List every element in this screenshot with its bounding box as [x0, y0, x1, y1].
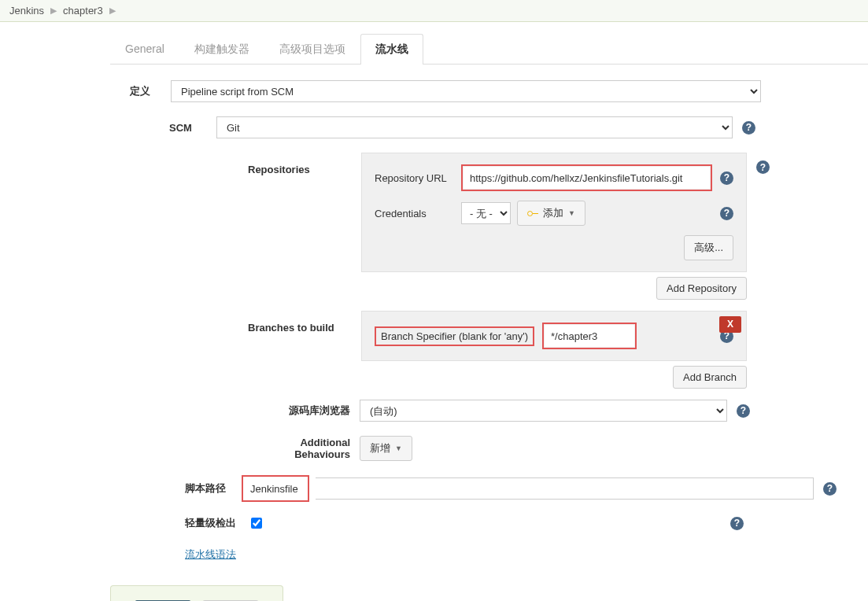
delete-branch-button[interactable]: X: [719, 316, 741, 333]
breadcrumb: Jenkins ▶ chapter3 ▶: [0, 0, 868, 22]
label-definition: 定义: [130, 84, 161, 98]
tab-build-triggers[interactable]: 构建触发器: [179, 34, 264, 65]
add-repository-button[interactable]: Add Repository: [656, 277, 747, 300]
advanced-button[interactable]: 高级...: [684, 235, 733, 260]
script-path-remaining[interactable]: [316, 477, 814, 500]
tab-bar: General 构建触发器 高级项目选项 流水线: [110, 33, 868, 65]
help-icon[interactable]: ?: [737, 404, 750, 418]
breadcrumb-job[interactable]: chapter3: [63, 5, 103, 17]
add-credentials-button[interactable]: 添加 ▼: [517, 201, 585, 226]
tab-general[interactable]: General: [110, 34, 179, 65]
credentials-select[interactable]: - 无 -: [461, 202, 511, 224]
help-icon[interactable]: ?: [742, 121, 755, 135]
branch-specifier-input[interactable]: [545, 325, 634, 347]
definition-select[interactable]: Pipeline script from SCM: [171, 80, 761, 102]
label-additional-behaviours: Additional Behaviours: [248, 437, 350, 460]
label-credentials: Credentials: [375, 208, 453, 219]
label-script-path: 脚本路径: [185, 481, 232, 496]
help-icon[interactable]: ?: [720, 207, 733, 220]
caret-down-icon: ▼: [395, 444, 402, 452]
branches-panel: X Branch Specifier (blank for 'any') ?: [361, 311, 747, 361]
footer-actions: 保存 应用: [110, 585, 283, 601]
label-branch-specifier: Branch Specifier (blank for 'any'): [381, 330, 528, 342]
label-branches: Branches to build: [248, 311, 352, 334]
help-icon[interactable]: ?: [756, 160, 770, 174]
scm-select[interactable]: Git: [216, 116, 733, 138]
repo-browser-select[interactable]: (自动): [360, 400, 727, 422]
label-repo-browser: 源码库浏览器: [248, 404, 350, 418]
label-repositories: Repositories: [248, 153, 352, 175]
key-icon: [527, 210, 538, 216]
breadcrumb-separator: ▶: [50, 6, 57, 16]
label-repository-url: Repository URL: [375, 172, 453, 184]
tab-pipeline[interactable]: 流水线: [360, 34, 423, 65]
help-icon[interactable]: ?: [720, 171, 733, 185]
breadcrumb-separator: ▶: [109, 6, 116, 16]
pipeline-syntax-link[interactable]: 流水线语法: [185, 548, 236, 562]
repository-url-input[interactable]: [464, 167, 710, 189]
help-icon[interactable]: ?: [730, 517, 744, 530]
help-icon[interactable]: ?: [823, 482, 837, 496]
script-path-input[interactable]: [244, 477, 307, 500]
breadcrumb-jenkins[interactable]: Jenkins: [9, 5, 44, 17]
add-behaviour-button[interactable]: 新增 ▼: [360, 436, 412, 461]
label-lightweight: 轻量级检出: [185, 516, 242, 530]
caret-down-icon: ▼: [568, 209, 575, 217]
lightweight-checkbox[interactable]: [251, 518, 262, 529]
label-scm: SCM: [169, 122, 207, 134]
add-branch-button[interactable]: Add Branch: [673, 366, 747, 389]
repositories-panel: Repository URL ? Credentials - 无 -: [361, 153, 747, 272]
tab-advanced-options[interactable]: 高级项目选项: [264, 34, 360, 65]
